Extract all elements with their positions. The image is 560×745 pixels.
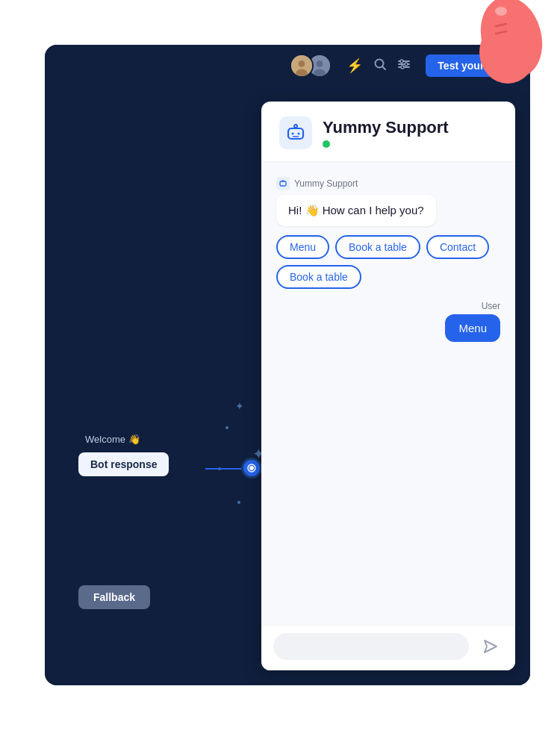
- search-icon[interactable]: [373, 57, 387, 75]
- quick-replies-container: Menu Book a table Contact Book a table: [276, 235, 500, 289]
- svg-rect-24: [288, 128, 303, 139]
- app-container: ⚡ Test your bot ✦: [45, 45, 530, 685]
- toolbar-icons: ⚡: [346, 57, 411, 75]
- connector-line: [205, 468, 243, 470]
- svg-point-28: [298, 133, 300, 135]
- user-message-bubble: Menu: [445, 314, 500, 342]
- chat-input-field[interactable]: [273, 633, 469, 660]
- quick-reply-contact[interactable]: Contact: [426, 235, 489, 259]
- svg-point-9: [299, 60, 305, 67]
- message-sender-name: Yummy Support: [294, 178, 358, 189]
- avatar-1: [290, 54, 314, 78]
- chat-messages: Yummy Support Hi! 👋 How can I help you? …: [261, 162, 515, 625]
- quick-reply-book-table-2[interactable]: Book a table: [276, 265, 361, 289]
- svg-point-21: [401, 66, 404, 69]
- test-bot-button[interactable]: Test your bot: [426, 54, 515, 77]
- message-sender-row: Yummy Support: [276, 177, 500, 190]
- chat-bot-name: Yummy Support: [323, 118, 449, 137]
- bot-response-node[interactable]: Bot response: [78, 452, 169, 476]
- bot-response-label: Bot response: [90, 458, 157, 470]
- toolbar: ⚡ Test your bot: [45, 45, 530, 87]
- svg-line-5: [496, 31, 506, 34]
- svg-point-25: [294, 125, 297, 128]
- send-button[interactable]: [476, 633, 503, 660]
- svg-rect-30: [280, 181, 286, 186]
- svg-point-19: [400, 60, 403, 63]
- svg-point-7: [495, 7, 507, 16]
- sparkle-icon-2: ✦: [235, 400, 244, 412]
- welcome-label: Welcome 👋: [85, 434, 140, 445]
- quick-reply-menu[interactable]: Menu: [276, 235, 329, 259]
- online-indicator: [323, 140, 330, 148]
- message-sender-icon: [276, 177, 290, 190]
- chat-bot-icon: [279, 116, 312, 149]
- quick-reply-book-table-1[interactable]: Book a table: [335, 235, 420, 259]
- chat-header-info: Yummy Support: [323, 118, 449, 148]
- dot-decoration-1: [225, 426, 228, 429]
- svg-point-27: [292, 133, 294, 135]
- user-label: User: [482, 301, 500, 311]
- fallback-node[interactable]: Fallback: [78, 585, 150, 609]
- chat-panel: Yummy Support Yummy Support Hi! 👋 How ca…: [261, 102, 515, 670]
- dot-decoration-3: [237, 501, 240, 504]
- svg-line-4: [496, 24, 506, 26]
- lightning-icon[interactable]: ⚡: [346, 57, 363, 74]
- canvas-area: ✦ ✦ Welcome 👋 Bot response Fallback: [45, 87, 530, 685]
- svg-point-22: [249, 466, 254, 470]
- user-message-row: User Menu: [276, 301, 500, 342]
- svg-line-15: [383, 66, 386, 69]
- svg-point-20: [405, 63, 408, 66]
- svg-point-12: [317, 60, 323, 67]
- bot-message-bubble: Hi! 👋 How can I help you?: [276, 195, 436, 226]
- svg-rect-2: [493, 7, 509, 49]
- connector-circle: [241, 458, 262, 479]
- chat-header: Yummy Support: [261, 102, 515, 162]
- chat-input-area: [261, 625, 515, 670]
- toolbar-avatars: [290, 54, 332, 78]
- settings-sliders-icon[interactable]: [397, 57, 411, 75]
- svg-point-31: [282, 180, 284, 181]
